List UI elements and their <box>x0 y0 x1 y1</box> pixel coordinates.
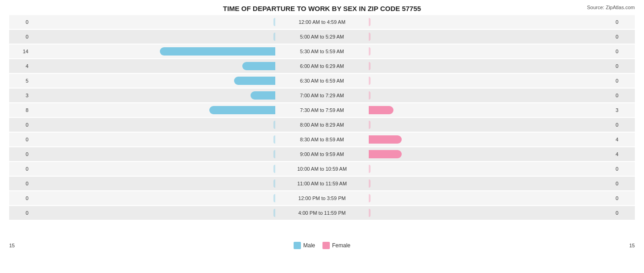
bars-center: 10:00 AM to 10:59 AM <box>32 162 612 176</box>
male-bar <box>209 106 275 114</box>
chart-container: TIME OF DEPARTURE TO WORK BY SEX IN ZIP … <box>0 0 644 273</box>
male-value: 14 <box>9 49 32 54</box>
time-label: 8:00 AM to 8:29 AM <box>276 122 368 128</box>
legend-male-box <box>294 242 301 249</box>
female-bar-side <box>368 15 612 29</box>
female-bar-side <box>368 133 612 146</box>
male-bar-side <box>32 118 276 132</box>
chart-row: 37:00 AM to 7:29 AM0 <box>9 89 635 102</box>
bars-center: 4:00 PM to 11:59 PM <box>32 206 612 220</box>
chart-title: TIME OF DEPARTURE TO WORK BY SEX IN ZIP … <box>9 5 635 12</box>
male-value: 0 <box>9 195 32 201</box>
female-value: 0 <box>612 210 635 216</box>
female-bar <box>369 179 371 188</box>
female-value: 0 <box>612 93 635 98</box>
female-bar-side <box>368 118 612 132</box>
chart-row: 46:00 AM to 6:29 AM0 <box>9 59 635 73</box>
time-label: 10:00 AM to 10:59 AM <box>276 166 368 172</box>
male-value: 0 <box>9 181 32 186</box>
time-label: 12:00 AM to 4:59 AM <box>276 19 368 25</box>
bars-center: 6:30 AM to 6:59 AM <box>32 74 612 88</box>
male-bar-side <box>32 89 276 102</box>
female-bar <box>369 18 371 26</box>
female-bar-side <box>368 74 612 88</box>
bars-center: 5:00 AM to 5:29 AM <box>32 30 612 44</box>
female-bar-side <box>368 177 612 190</box>
chart-row: 010:00 AM to 10:59 AM0 <box>9 162 635 176</box>
male-bar <box>273 121 275 129</box>
female-value: 0 <box>612 63 635 69</box>
footer-right-value: 15 <box>612 243 635 248</box>
female-bar <box>369 150 402 158</box>
female-value: 0 <box>612 19 635 25</box>
chart-row: 08:00 AM to 8:29 AM0 <box>9 118 635 132</box>
male-value: 0 <box>9 151 32 157</box>
male-value: 0 <box>9 166 32 172</box>
female-bar <box>369 165 371 173</box>
female-bar-side <box>368 103 612 117</box>
male-value: 4 <box>9 63 32 69</box>
female-value: 0 <box>612 181 635 186</box>
female-bar <box>369 135 402 144</box>
male-bar <box>160 47 275 56</box>
male-bar-side <box>32 59 276 73</box>
female-value: 0 <box>612 34 635 39</box>
male-bar <box>273 179 275 188</box>
time-label: 8:30 AM to 8:59 AM <box>276 137 368 142</box>
male-bar <box>251 91 275 100</box>
female-bar <box>369 91 371 100</box>
male-bar-side <box>32 147 276 161</box>
time-label: 6:30 AM to 6:59 AM <box>276 78 368 84</box>
bars-center: 12:00 PM to 3:59 PM <box>32 191 612 205</box>
time-label: 5:30 AM to 5:59 AM <box>276 49 368 54</box>
bars-center: 7:30 AM to 7:59 AM <box>32 103 612 117</box>
male-bar-side <box>32 74 276 88</box>
chart-row: 012:00 PM to 3:59 PM0 <box>9 191 635 205</box>
chart-row: 011:00 AM to 11:59 AM0 <box>9 177 635 190</box>
male-value: 0 <box>9 210 32 216</box>
time-label: 9:00 AM to 9:59 AM <box>276 151 368 157</box>
chart-row: 56:30 AM to 6:59 AM0 <box>9 74 635 88</box>
legend-male: Male <box>294 242 315 249</box>
female-bar-side <box>368 147 612 161</box>
male-value: 8 <box>9 107 32 113</box>
male-value: 0 <box>9 122 32 128</box>
male-bar <box>273 194 275 202</box>
bars-center: 7:00 AM to 7:29 AM <box>32 89 612 102</box>
male-bar-side <box>32 133 276 146</box>
male-bar <box>273 150 275 158</box>
female-value: 0 <box>612 49 635 54</box>
male-bar-side <box>32 30 276 44</box>
bars-center: 8:00 AM to 8:29 AM <box>32 118 612 132</box>
female-bar-side <box>368 89 612 102</box>
female-value: 3 <box>612 107 635 113</box>
male-bar-side <box>32 103 276 117</box>
female-value: 0 <box>612 122 635 128</box>
bars-center: 9:00 AM to 9:59 AM <box>32 147 612 161</box>
time-label: 12:00 PM to 3:59 PM <box>276 195 368 201</box>
male-value: 3 <box>9 93 32 98</box>
male-bar-side <box>32 177 276 190</box>
bars-center: 11:00 AM to 11:59 AM <box>32 177 612 190</box>
male-bar-side <box>32 45 276 58</box>
male-bar-side <box>32 191 276 205</box>
chart-row: 08:30 AM to 8:59 AM4 <box>9 133 635 146</box>
female-bar-side <box>368 191 612 205</box>
bars-center: 6:00 AM to 6:29 AM <box>32 59 612 73</box>
time-label: 4:00 PM to 11:59 PM <box>276 210 368 216</box>
bars-center: 5:30 AM to 5:59 AM <box>32 45 612 58</box>
legend-female: Female <box>322 242 350 249</box>
legend-male-label: Male <box>303 242 315 249</box>
male-value: 0 <box>9 137 32 142</box>
male-bar <box>273 135 275 144</box>
legend: Male Female <box>294 242 350 249</box>
male-bar-side <box>32 206 276 220</box>
female-bar <box>369 106 393 114</box>
female-bar-side <box>368 206 612 220</box>
bars-center: 8:30 AM to 8:59 AM <box>32 133 612 146</box>
chart-row: 04:00 PM to 11:59 PM0 <box>9 206 635 220</box>
female-bar <box>369 77 371 85</box>
legend-female-label: Female <box>332 242 350 249</box>
male-value: 0 <box>9 19 32 25</box>
footer-left-value: 15 <box>9 243 32 248</box>
